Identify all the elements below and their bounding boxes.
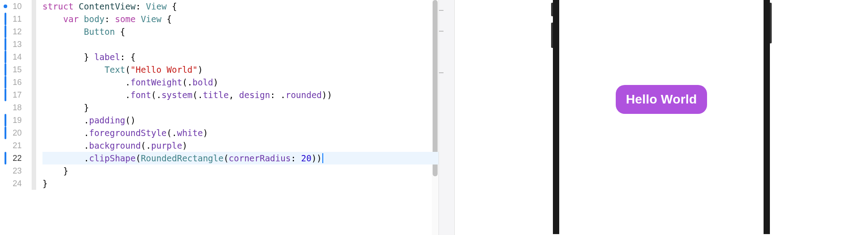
change-indicator-bar — [5, 152, 6, 164]
code-line[interactable]: .fontWeight(.bold) — [42, 76, 439, 89]
code-token: clipShape — [89, 153, 136, 163]
code-token: . — [84, 153, 89, 163]
code-token: ) — [203, 128, 208, 138]
code-editor-pane[interactable]: 101112131415161718192021222324 struct Co… — [0, 0, 439, 235]
preview-hello-button[interactable]: Hello World — [616, 85, 707, 114]
code-line[interactable]: var body: some View { — [42, 13, 439, 25]
code-token: body — [84, 14, 105, 24]
code-token: View — [146, 1, 167, 11]
text-cursor — [322, 153, 323, 163]
change-indicator-bar — [5, 127, 6, 139]
gutter-row: 20 — [0, 127, 40, 139]
code-token: font — [130, 90, 151, 100]
line-number: 13 — [0, 40, 25, 49]
code-line[interactable]: Text("Hello World") — [42, 63, 439, 76]
line-number: 19 — [0, 116, 25, 125]
code-line[interactable] — [42, 38, 439, 51]
code-token: : — [136, 1, 146, 11]
code-token: var — [63, 14, 84, 24]
code-token: ) — [198, 65, 203, 75]
line-number: 11 — [0, 14, 25, 24]
code-line[interactable]: } — [42, 177, 439, 190]
gutter-row: 24 — [0, 177, 40, 190]
change-indicator-bar — [5, 51, 6, 63]
code-token: (. — [151, 90, 161, 100]
code-token: { — [167, 1, 177, 11]
code-line[interactable]: } — [42, 164, 439, 177]
code-token: design — [239, 90, 270, 100]
line-number: 24 — [0, 179, 25, 188]
gutter-row: 14 — [0, 51, 40, 63]
change-indicator-bar — [5, 89, 6, 101]
device-volume-button — [551, 23, 553, 48]
code-token: rounded — [286, 90, 322, 100]
code-token: 20 — [301, 153, 311, 163]
code-token: label — [94, 52, 120, 62]
code-token: . — [84, 115, 89, 125]
line-number: 12 — [0, 27, 25, 37]
gutter-row: 10 — [0, 0, 40, 13]
gutter-row: 17 — [0, 89, 40, 101]
code-token: fontWeight — [130, 77, 182, 87]
line-number: 15 — [0, 65, 25, 75]
code-line[interactable]: struct ContentView: View { — [42, 0, 439, 13]
code-token: (. — [141, 141, 151, 150]
code-token: { — [161, 14, 172, 24]
code-line[interactable]: .foregroundStyle(.white) — [42, 127, 439, 139]
code-token: . — [84, 128, 89, 138]
code-token: RoundedRectangle — [141, 153, 223, 163]
code-line[interactable]: .background(.purple) — [42, 139, 439, 152]
code-token: , — [229, 90, 239, 100]
change-indicator-bar — [5, 114, 6, 127]
gutter-row: 12 — [0, 25, 40, 38]
code-token: Text — [104, 65, 125, 75]
device-frame: Hello World — [553, 0, 770, 234]
line-number: 14 — [0, 52, 25, 62]
code-token: foregroundStyle — [89, 128, 167, 138]
code-token: . — [125, 77, 130, 87]
code-token: ) — [213, 77, 218, 87]
code-token: padding — [89, 115, 125, 125]
code-token: ) — [182, 141, 187, 150]
device-side-button — [551, 3, 553, 16]
code-token: some — [115, 14, 141, 24]
gutter-row: 15 — [0, 63, 40, 76]
change-indicator-bar — [5, 13, 6, 25]
code-token: white — [177, 128, 203, 138]
code-token: ( — [223, 153, 228, 163]
code-token: (. — [193, 90, 203, 100]
code-line[interactable]: Button { — [42, 25, 439, 38]
code-token: View — [141, 14, 161, 24]
code-token: struct — [42, 1, 79, 11]
code-token: { — [115, 27, 125, 37]
line-number: 21 — [0, 141, 25, 150]
pane-divider[interactable] — [439, 0, 455, 235]
code-line[interactable]: } — [42, 101, 439, 114]
code-line[interactable]: } label: { — [42, 51, 439, 63]
code-token: ( — [136, 153, 141, 163]
code-token: } — [84, 103, 89, 113]
line-number-gutter: 101112131415161718192021222324 — [0, 0, 40, 235]
code-token: () — [125, 115, 136, 125]
gutter-row: 11 — [0, 13, 40, 25]
code-token: Button — [84, 27, 115, 37]
code-token: } — [42, 179, 47, 188]
code-line[interactable]: .padding() — [42, 114, 439, 127]
code-token: : — [291, 153, 301, 163]
gutter-row: 21 — [0, 139, 40, 152]
code-token: . — [84, 141, 89, 150]
code-token: cornerRadius — [229, 153, 291, 163]
code-token: : — [104, 14, 115, 24]
change-indicator-dot — [4, 5, 7, 8]
device-screen: Hello World — [559, 0, 764, 234]
code-token: } — [63, 166, 68, 176]
preview-pane: Hello World — [455, 0, 868, 235]
gutter-row: 16 — [0, 76, 40, 89]
code-text-area[interactable]: struct ContentView: View { var body: som… — [40, 0, 439, 235]
code-token: : . — [270, 90, 285, 100]
line-number: 16 — [0, 78, 25, 87]
code-line[interactable]: .font(.system(.title, design: .rounded)) — [42, 89, 439, 101]
code-line[interactable]: .clipShape(RoundedRectangle(cornerRadius… — [42, 152, 439, 164]
code-token: ( — [125, 65, 130, 75]
gutter-row: 13 — [0, 38, 40, 51]
